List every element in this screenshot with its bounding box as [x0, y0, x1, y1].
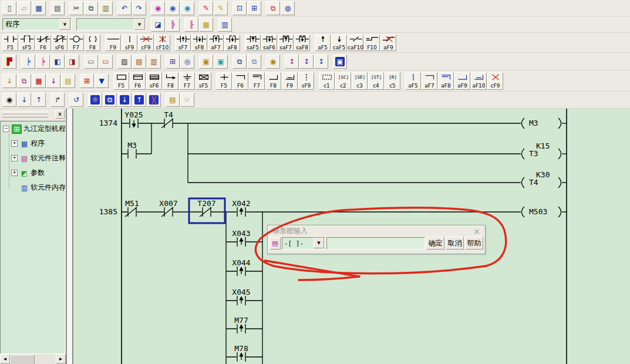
- vertical-line-button[interactable]: sF9: [122, 35, 137, 51]
- sfc-dummy-step-button[interactable]: sF5: [196, 72, 211, 90]
- print-button[interactable]: ▤: [50, 1, 65, 15]
- application-instruction-button[interactable]: F8: [85, 35, 100, 51]
- close-panel-button[interactable]: x: [55, 110, 65, 119]
- program-check-button[interactable]: ◪: [151, 18, 165, 32]
- horizontal-line-button[interactable]: F9: [105, 35, 121, 51]
- invert-operation-button[interactable]: caF10: [348, 35, 363, 51]
- sort-steps-button[interactable]: ↓: [46, 74, 60, 88]
- device-test-1-button[interactable]: ↕: [285, 55, 299, 69]
- transfer-setup-button[interactable]: ↓: [2, 74, 16, 88]
- sfc-corner-2-button[interactable]: F7: [249, 72, 265, 90]
- chevron-down-icon[interactable]: ▼: [134, 19, 145, 30]
- chevron-down-icon[interactable]: ▼: [314, 238, 324, 248]
- tree-item-参数[interactable]: +◩参数: [1, 166, 65, 180]
- find-previous-button[interactable]: ↑: [32, 93, 46, 107]
- jump-button[interactable]: ↱: [50, 93, 65, 107]
- find-string-button[interactable]: ◉: [180, 1, 194, 15]
- panel-grip[interactable]: [2, 114, 48, 117]
- zoom-window-button[interactable]: ◍: [281, 1, 295, 15]
- tree-expander[interactable]: +: [11, 170, 18, 176]
- device-test-2-button[interactable]: ↕: [299, 55, 314, 69]
- program-type-combo[interactable]: 程序 ▼: [2, 18, 72, 31]
- invert-up-button[interactable]: aF5: [315, 35, 331, 51]
- find-contact-zoom-button[interactable]: ◨: [65, 55, 79, 69]
- open-contact-button[interactable]: F5: [2, 35, 18, 51]
- scroll-right-button[interactable]: ►: [56, 354, 66, 364]
- comment-tree-button[interactable]: ╟: [184, 18, 198, 32]
- cancel-button[interactable]: 取消: [446, 237, 464, 250]
- verify-document-button[interactable]: ▥: [218, 18, 232, 32]
- sfc-step-button[interactable]: F5: [113, 72, 129, 90]
- sfc-cross-button[interactable]: F5: [216, 72, 232, 90]
- window-zoom-out-button[interactable]: ⧉: [233, 55, 247, 69]
- device-comment-edit-button[interactable]: ▨: [117, 55, 132, 69]
- monitor-start-button[interactable]: ☼: [88, 93, 102, 107]
- error-check-button[interactable]: ▦: [32, 74, 46, 88]
- grid-display-button[interactable]: ⊞: [80, 74, 94, 88]
- closed-contact-button[interactable]: F6: [35, 35, 51, 51]
- chevron-down-icon[interactable]: ▼: [59, 19, 70, 30]
- new-file-button[interactable]: ▯: [2, 1, 16, 15]
- line-vertical-button[interactable]: aF5: [405, 72, 421, 90]
- monitor-stop-button[interactable]: ╳: [147, 93, 161, 107]
- line-corner-2-button[interactable]: aF8: [438, 72, 454, 90]
- tree-expander[interactable]: −: [3, 126, 9, 132]
- coil-button[interactable]: F7: [68, 35, 84, 51]
- online-write-2-button[interactable]: ▣: [214, 55, 228, 69]
- find-test-button[interactable]: ◉: [151, 1, 165, 15]
- project-tree[interactable]: −⊞九江定型机程序+▦程序+▤软元件注释+◩参数▥软元件内存: [0, 121, 66, 354]
- tree-item-软元件注释[interactable]: +▤软元件注释: [1, 151, 65, 166]
- tile-windows-button[interactable]: ⧉: [266, 1, 280, 15]
- sfc-end-step-button[interactable]: F7: [179, 72, 195, 90]
- monitor-display-button[interactable]: ▣: [333, 55, 347, 69]
- line-corner-1-button[interactable]: aF7: [422, 72, 437, 90]
- parameter-tree-button[interactable]: ╠: [166, 18, 180, 32]
- comment-edit-tree-button[interactable]: ╞: [36, 55, 50, 69]
- pause-hand-button[interactable]: ☞: [180, 93, 194, 107]
- copy-program-button[interactable]: ⧉: [17, 74, 31, 88]
- statement-balloon-button[interactable]: ▭: [84, 55, 98, 69]
- scroll-left-button[interactable]: ◄: [0, 354, 10, 364]
- find-next-button[interactable]: ↓: [17, 93, 31, 107]
- zoom-in-button[interactable]: ⊞: [247, 1, 261, 15]
- sfc-select-box-button[interactable]: c1: [319, 72, 335, 90]
- tree-sort-button[interactable]: ▼: [95, 74, 109, 88]
- rising-pulse-contact-button[interactable]: sF7: [175, 35, 191, 51]
- sfc-vertical-button[interactable]: sF9: [298, 72, 314, 90]
- help-button[interactable]: 帮助: [465, 237, 483, 250]
- sfc-block-button[interactable]: F6: [130, 72, 146, 90]
- parallel-rising-pulse-button[interactable]: aF7: [208, 35, 224, 51]
- sfc-corner-3-button[interactable]: F8: [265, 72, 281, 90]
- statement-balloon-off-button[interactable]: ▭: [99, 55, 113, 69]
- monitor-write-up-button[interactable]: ↑: [132, 93, 146, 107]
- instruction-input[interactable]: [326, 237, 425, 250]
- delete-horizontal-line-button[interactable]: cF9: [138, 35, 154, 51]
- sfc-corner-4-button[interactable]: F9: [282, 72, 298, 90]
- line-corner-3-button[interactable]: aF9: [454, 72, 470, 90]
- device-use-list-button[interactable]: ▤: [61, 74, 75, 88]
- memory-grid-button[interactable]: ▦: [199, 18, 213, 32]
- sfc-st-button[interactable]: [ST]c4: [368, 72, 384, 90]
- zoom-out-button[interactable]: ⊡: [233, 1, 247, 15]
- note-edit-button[interactable]: ▥: [147, 55, 161, 69]
- parallel-rising-pulse-nc-button[interactable]: saF7: [278, 35, 294, 51]
- branch-line-button[interactable]: F10: [364, 35, 380, 51]
- sfc-r-button[interactable]: [R]c5: [385, 72, 400, 90]
- tree-horizontal-scrollbar[interactable]: ◄ ►: [0, 354, 66, 364]
- parallel-open-contact-button[interactable]: sF5: [19, 35, 35, 51]
- falling-pulse-nc-button[interactable]: saF6: [261, 35, 277, 51]
- ladder-list-convert-button[interactable]: ▛: [2, 55, 16, 69]
- parallel-falling-pulse-button[interactable]: aF8: [224, 35, 240, 51]
- dialog-titlebar[interactable]: 梯形图输入 ×: [268, 225, 485, 237]
- monitor-condition-button[interactable]: ◉: [266, 55, 280, 69]
- tree-expander[interactable]: +: [11, 140, 18, 147]
- save-file-button[interactable]: ▦: [32, 1, 46, 15]
- monitor-write-down-button[interactable]: ↓: [117, 93, 132, 107]
- falling-pulse-contact-button[interactable]: sF8: [191, 35, 207, 51]
- tree-item-root[interactable]: −⊞九江定型机程序: [1, 122, 65, 136]
- delete-branch-line-button[interactable]: aF9: [380, 35, 396, 51]
- invert-down-button[interactable]: caF5: [331, 35, 347, 51]
- scrollbar-thumb[interactable]: [10, 355, 35, 364]
- sfc-se-button[interactable]: [SE]c3: [352, 72, 368, 90]
- panel-splitter[interactable]: [66, 109, 73, 364]
